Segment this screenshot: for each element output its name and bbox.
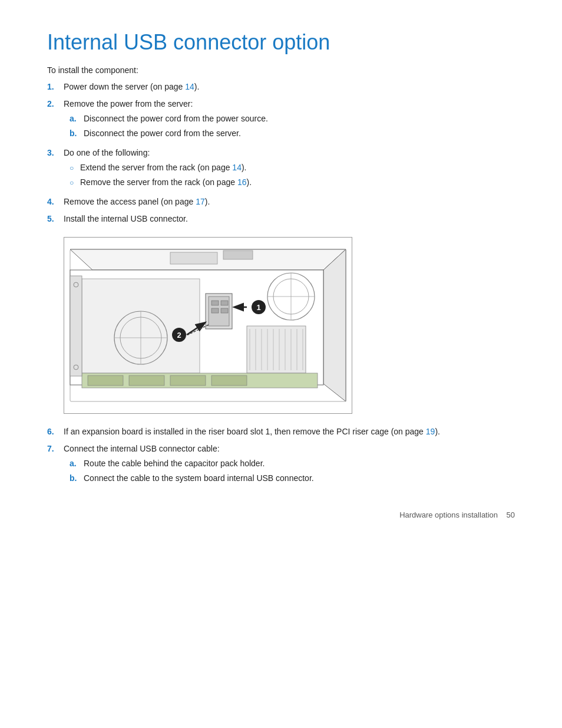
page-footer: Hardware options installation 50 (47, 510, 515, 519)
svg-rect-42 (223, 251, 253, 259)
svg-rect-40 (211, 375, 247, 386)
step-1-link[interactable]: 14 (185, 82, 194, 91)
step-6: 6. If an expansion board is installed in… (47, 426, 515, 438)
step-3-link-2[interactable]: 16 (237, 177, 247, 187)
step-3-bullet-2-text: Remove the server from the rack (on page… (80, 176, 252, 189)
svg-rect-39 (170, 375, 206, 386)
step-7: 7. Connect the internal USB connector ca… (47, 443, 515, 487)
step-2a: a. Disconnect the power cord from the po… (70, 113, 515, 125)
svg-rect-41 (170, 252, 217, 264)
step-1-content: Power down the server (on page 14). (64, 81, 515, 93)
svg-rect-11 (211, 301, 219, 305)
step-2b-letter: b. (70, 127, 84, 140)
step-7b-text: Connect the cable to the system board in… (84, 472, 314, 485)
svg-rect-37 (88, 375, 123, 386)
step-6-content: If an expansion board is installed in th… (64, 426, 515, 438)
step-3-content: Do one of the following: ○ Extend the se… (64, 147, 515, 191)
step-2-sub: a. Disconnect the power cord from the po… (70, 113, 515, 140)
step-5-num: 5. (47, 213, 64, 225)
step-2a-text: Disconnect the power cord from the power… (84, 113, 268, 125)
step-4-link[interactable]: 17 (196, 197, 205, 206)
step-7a-letter: a. (70, 457, 84, 470)
footer-text: Hardware options installation 50 (399, 510, 515, 519)
svg-rect-12 (221, 301, 228, 305)
step-3-bullets: ○ Extend the server from the rack (on pa… (70, 162, 515, 189)
svg-text:1: 1 (256, 303, 260, 312)
step-2b: b. Disconnect the power cord from the se… (70, 127, 515, 140)
svg-text:2: 2 (177, 331, 181, 340)
step-3-num: 3. (47, 147, 64, 159)
step-7b: b. Connect the cable to the system board… (70, 472, 515, 485)
step-7-num: 7. (47, 443, 64, 455)
step-7a: a. Route the cable behind the capacitor … (70, 457, 515, 470)
step-3-bullet-1: ○ Extend the server from the rack (on pa… (70, 162, 515, 174)
step-7a-text: Route the cable behind the capacitor pac… (84, 457, 265, 470)
svg-rect-14 (221, 308, 228, 313)
step-2-content: Remove the power from the server: a. Dis… (64, 98, 515, 142)
svg-rect-43 (70, 276, 82, 376)
step-1: 1. Power down the server (on page 14). (47, 81, 515, 93)
step-7-content: Connect the internal USB connector cable… (64, 443, 515, 487)
step-3-link-1[interactable]: 14 (232, 163, 242, 172)
step-3-bullet-2: ○ Remove the server from the rack (on pa… (70, 176, 515, 189)
page-title: Internal USB connector option (47, 29, 515, 55)
main-steps-list-2: 6. If an expansion board is installed in… (47, 426, 515, 487)
step-5-content: Install the internal USB connector. (64, 213, 515, 225)
step-4: 4. Remove the access panel (on page 17). (47, 196, 515, 208)
bullet-icon-1: ○ (70, 162, 80, 173)
svg-rect-38 (129, 375, 164, 386)
step-7-sub: a. Route the cable behind the capacitor … (70, 457, 515, 485)
step-2: 2. Remove the power from the server: a. … (47, 98, 515, 142)
step-7b-letter: b. (70, 472, 84, 485)
step-2a-letter: a. (70, 113, 84, 125)
step-6-num: 6. (47, 426, 64, 438)
step-1-num: 1. (47, 81, 64, 93)
diagram-svg: 1 2 (64, 238, 352, 413)
step-4-num: 4. (47, 196, 64, 208)
main-steps-list: 1. Power down the server (on page 14). 2… (47, 81, 515, 225)
step-6-link[interactable]: 19 (426, 427, 435, 436)
svg-marker-2 (323, 249, 346, 401)
step-5: 5. Install the internal USB connector. (47, 213, 515, 225)
bullet-icon-2: ○ (70, 176, 80, 188)
step-2-num: 2. (47, 98, 64, 110)
intro-text: To install the component: (47, 65, 515, 75)
step-2b-text: Disconnect the power cord from the serve… (84, 127, 241, 140)
step-4-content: Remove the access panel (on page 17). (64, 196, 515, 208)
diagram-container: 1 2 (64, 237, 352, 414)
step-3: 3. Do one of the following: ○ Extend the… (47, 147, 515, 191)
step-3-bullet-1-text: Extend the server from the rack (on page… (80, 162, 247, 174)
svg-rect-13 (211, 308, 219, 313)
